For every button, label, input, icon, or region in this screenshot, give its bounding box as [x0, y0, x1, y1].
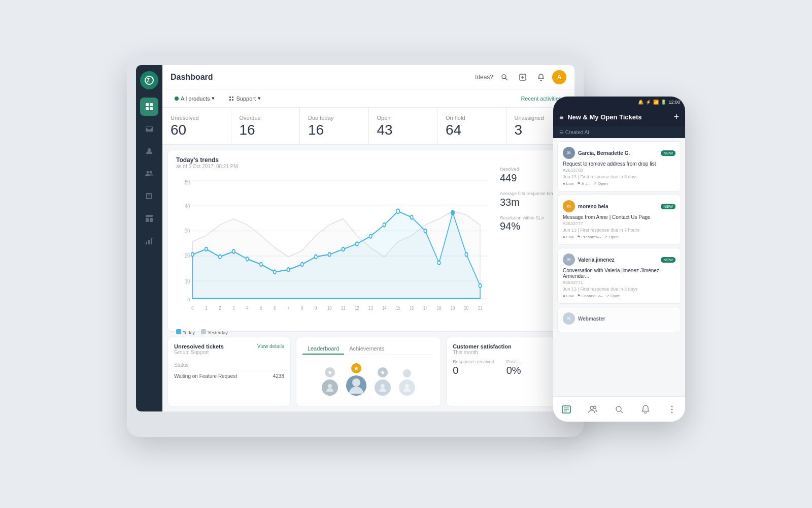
notifications-button[interactable] [534, 70, 548, 84]
chart-side-stats: Resolved 449 Average first response time… [500, 156, 561, 325]
chart-stat-resolved: Resolved 449 [500, 167, 561, 184]
svg-text:20: 20 [464, 305, 468, 311]
user-avatar[interactable]: A [552, 70, 566, 84]
svg-point-40 [246, 257, 249, 261]
svg-text:Z: Z [147, 78, 150, 83]
svg-point-8 [150, 171, 152, 174]
svg-rect-22 [229, 99, 231, 101]
stat-open[interactable]: Open 43 [369, 108, 438, 144]
status-row-feature-request: Waiting on Feature Request 4238 [174, 373, 284, 379]
svg-text:11: 11 [341, 305, 345, 311]
stat-unresolved[interactable]: Unresolved 60 [162, 108, 231, 144]
lb-third-place [375, 367, 391, 396]
leaderboard-tabs: Leaderboard Achievements [302, 343, 434, 355]
ticket-avatar-valeria: ✉ [563, 253, 575, 266]
svg-text:4: 4 [246, 305, 248, 311]
sidebar-item-reports[interactable] [140, 232, 158, 250]
svg-rect-21 [232, 97, 233, 98]
svg-text:7: 7 [287, 305, 289, 311]
svg-point-83 [405, 384, 409, 388]
svg-point-44 [301, 263, 303, 266]
chart-area: Today's trends as of 5 Oct 2017, 08:21 P… [167, 150, 569, 332]
ideas-link[interactable]: Ideas? [475, 74, 493, 81]
stat-cards: Unresolved 60 Overdue 16 Due today 16 Op… [162, 108, 574, 145]
svg-point-36 [191, 252, 194, 256]
view-details-link[interactable]: View details [257, 343, 284, 349]
phone-nav-search[interactable] [614, 404, 624, 415]
sidebar: Z [136, 65, 162, 411]
sidebar-item-book[interactable] [140, 187, 158, 205]
add-button[interactable] [516, 70, 530, 84]
svg-text:15: 15 [396, 305, 400, 311]
svg-rect-14 [151, 238, 152, 244]
ticket-card-moreno[interactable]: m moreno bela NEW Message from Anne | Co… [557, 195, 681, 245]
svg-text:6: 6 [274, 305, 276, 311]
svg-point-42 [274, 270, 276, 274]
svg-text:40: 40 [185, 203, 190, 209]
phone-bottom-nav [553, 396, 685, 422]
svg-rect-5 [150, 107, 153, 110]
svg-line-91 [621, 411, 623, 413]
topbar-actions: Ideas? A [475, 70, 566, 84]
svg-point-43 [287, 268, 290, 271]
ticket-card-webmaster[interactable]: ✉ Webmaster [557, 307, 681, 332]
phone-nav-tickets[interactable] [561, 404, 571, 415]
stat-due-today[interactable]: Due today 16 [300, 108, 369, 144]
svg-text:18: 18 [437, 305, 441, 311]
svg-point-93 [671, 408, 673, 410]
phone-nav-notifications[interactable] [640, 404, 651, 415]
unresolved-tickets-panel: Unresolved tickets Group: Support View d… [167, 337, 291, 406]
main-content: Dashboard Ideas? A [162, 65, 574, 411]
laptop-screen: Z [136, 65, 574, 411]
app-logo[interactable]: Z [140, 71, 158, 89]
svg-point-15 [502, 75, 506, 79]
sidebar-item-widget[interactable] [140, 209, 158, 228]
chart-stat-sla: Resolution within SLA 94% [500, 215, 561, 233]
svg-text:0: 0 [187, 297, 190, 304]
ticket-card-valeria[interactable]: ✉ Valeria.jimenez NEW Conversation with … [557, 248, 681, 304]
ticket-avatar-moreno: m [563, 200, 575, 212]
svg-point-89 [594, 406, 596, 408]
sidebar-item-dashboard[interactable] [140, 98, 158, 116]
svg-point-92 [671, 405, 673, 407]
stat-overdue[interactable]: Overdue 16 [231, 108, 300, 144]
svg-point-54 [437, 261, 440, 265]
svg-rect-3 [150, 103, 153, 106]
leaderboard-panel: Leaderboard Achievements [296, 337, 441, 406]
svg-point-90 [616, 406, 621, 411]
scene: Z [127, 56, 685, 452]
chart-main: Today's trends as of 5 Oct 2017, 08:21 P… [176, 156, 494, 325]
svg-text:5: 5 [260, 305, 262, 311]
svg-point-56 [465, 252, 467, 256]
tab-achievements[interactable]: Achievements [344, 343, 389, 355]
tab-leaderboard[interactable]: Leaderboard [302, 343, 344, 355]
phone-header: ≡ New & My Open Tickets + [553, 108, 685, 126]
sidebar-item-inbox[interactable] [140, 120, 158, 138]
phone-nav-agents[interactable] [588, 404, 598, 415]
svg-point-52 [410, 215, 413, 219]
svg-point-47 [342, 247, 344, 251]
svg-point-39 [232, 249, 235, 253]
svg-text:1: 1 [205, 305, 207, 311]
svg-rect-11 [150, 218, 153, 222]
ticket-avatar-garcia: ✉ [563, 147, 575, 159]
phone-nav-more[interactable] [667, 404, 677, 415]
svg-rect-13 [148, 240, 150, 244]
svg-text:17: 17 [423, 305, 427, 311]
svg-point-51 [396, 209, 399, 213]
page-title: Dashboard [171, 73, 469, 82]
search-button[interactable] [497, 70, 512, 84]
support-filter[interactable]: Support ▾ [225, 93, 265, 103]
sidebar-item-users[interactable] [140, 142, 158, 161]
svg-rect-2 [146, 103, 149, 106]
svg-text:12: 12 [355, 305, 359, 311]
stat-on-hold[interactable]: On hold 64 [437, 108, 506, 144]
all-products-filter[interactable]: All products ▾ [171, 93, 219, 103]
ticket-card-garcia[interactable]: ✉ Garcia, Bernadette G. NEW Request to r… [557, 141, 681, 192]
hamburger-menu-icon[interactable]: ≡ [559, 113, 563, 121]
svg-point-7 [147, 171, 149, 174]
svg-text:14: 14 [382, 305, 386, 311]
add-ticket-button[interactable]: + [673, 112, 679, 122]
sidebar-item-teams[interactable] [140, 165, 158, 183]
svg-point-37 [205, 247, 208, 251]
